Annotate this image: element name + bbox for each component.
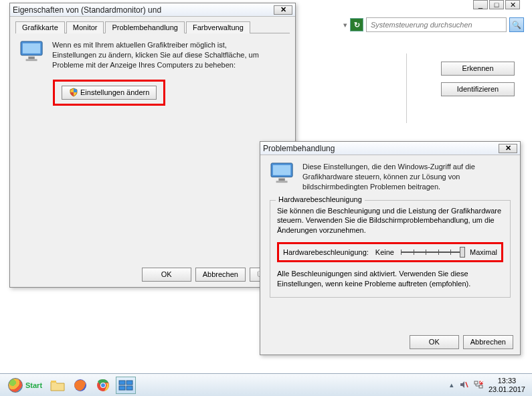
window-title: Eigenschaften von (Standardmonitor) und [13, 5, 274, 15]
svg-point-12 [101, 383, 105, 387]
slider-max-label: Maximal [470, 248, 497, 256]
change-settings-button[interactable]: Einstellungen ändern [62, 86, 157, 100]
svg-rect-1 [23, 43, 40, 54]
tab-color[interactable]: Farbverwaltung [186, 21, 250, 33]
svg-rect-14 [126, 381, 132, 385]
slider-label: Hardwarebeschleunigung: [283, 248, 369, 256]
monitor-icon [19, 40, 45, 63]
svg-text:✕: ✕ [478, 380, 483, 385]
search-input[interactable] [366, 17, 507, 32]
chrome-icon[interactable] [93, 377, 113, 394]
highlight-box: Einstellungen ändern [53, 80, 165, 106]
taskbar: Start ▴ ✕ 13:33 23.01.2017 [0, 373, 532, 396]
hw-accel-slider-row: Hardwarebeschleunigung: Keine Maximal [283, 248, 497, 256]
ok-button[interactable]: OK [410, 335, 459, 349]
cancel-button[interactable]: Abbrechen [195, 268, 246, 282]
hw-accel-fieldset: Hardwarebeschleunigung Sie können die Be… [270, 200, 511, 298]
firefox-icon[interactable] [70, 377, 90, 394]
dialog-body: Diese Einstellungen, die den Windows-Zug… [260, 155, 520, 304]
tab-monitor[interactable]: Monitor [66, 21, 104, 33]
clock-time: 13:33 [489, 377, 525, 385]
maximize-button[interactable]: □ [489, 0, 504, 9]
clock[interactable]: 13:33 23.01.2017 [489, 377, 525, 393]
highlight-box: Hardwarebeschleunigung: Keine Maximal [277, 242, 503, 262]
start-label: Start [25, 381, 42, 389]
fieldset-description: Sie können die Beschleunigung und die Le… [277, 206, 503, 236]
window-title: Problembehandlung [263, 144, 499, 153]
titlebar: Problembehandlung ✕ [260, 142, 520, 155]
change-settings-label: Einstellungen ändern [80, 88, 149, 96]
search-icon: 🔍 [512, 21, 521, 29]
system-tray: ▴ ✕ 13:33 23.01.2017 [450, 377, 528, 393]
dialog-buttons: OK Abbrechen [410, 335, 513, 349]
close-button[interactable]: ✕ [274, 5, 292, 15]
active-task-icon[interactable] [116, 377, 136, 394]
start-button[interactable]: Start [4, 377, 46, 394]
accel-note: Alle Beschleunigungen sind aktiviert. Ve… [277, 269, 503, 289]
network-icon[interactable]: ✕ [474, 380, 483, 391]
refresh-button[interactable]: ↻ [350, 18, 363, 31]
svg-line-17 [466, 382, 468, 387]
breadcrumb-sep-icon: ▾ [343, 21, 347, 29]
svg-rect-13 [119, 381, 125, 385]
troubleshoot-description: Wenn es mit Ihrem aktuellen Grafiktreibe… [52, 40, 260, 70]
nav-row: ▾ ↻ 🔍 [343, 17, 524, 32]
close-button[interactable]: ✕ [499, 144, 517, 153]
cancel-button[interactable]: Abbrechen [463, 335, 513, 349]
intro-text: Diese Einstellungen, die den Windows-Zug… [302, 162, 503, 192]
fieldset-legend: Hardwarebeschleunigung [276, 195, 365, 203]
tab-graphics[interactable]: Grafikkarte [15, 21, 65, 33]
hw-accel-slider[interactable] [401, 252, 463, 253]
svg-rect-7 [276, 181, 288, 183]
monitor-icon [270, 162, 295, 185]
clock-date: 23.01.2017 [489, 385, 525, 393]
uac-shield-icon [69, 88, 78, 97]
tab-panel: Wenn es mit Ihrem aktuellen Grafiktreibe… [10, 33, 295, 112]
troubleshoot-dialog: Problembehandlung ✕ Diese Einstellungen,… [260, 141, 521, 355]
svg-rect-16 [126, 386, 132, 390]
detect-button[interactable]: Erkennen [441, 62, 515, 76]
svg-rect-15 [119, 386, 125, 390]
show-hidden-icon[interactable]: ▴ [450, 381, 454, 389]
windows-orb-icon [8, 378, 23, 393]
svg-rect-5 [273, 165, 290, 175]
titlebar: Eigenschaften von (Standardmonitor) und … [10, 3, 295, 17]
svg-rect-3 [26, 59, 37, 61]
explorer-icon[interactable] [48, 377, 68, 394]
search-button[interactable]: 🔍 [509, 17, 524, 32]
close-button[interactable]: ✕ [505, 0, 520, 9]
speaker-icon[interactable] [459, 380, 468, 391]
display-actions-panel: Erkennen Identifizieren [406, 54, 520, 123]
svg-rect-6 [278, 179, 284, 181]
tab-troubleshoot[interactable]: Problembehandlung [105, 21, 184, 33]
slider-thumb[interactable] [460, 247, 465, 258]
svg-rect-18 [474, 381, 478, 384]
minimize-button[interactable]: _ [473, 0, 488, 9]
slider-min-label: Keine [375, 248, 394, 256]
svg-rect-8 [51, 381, 56, 383]
properties-dialog: Eigenschaften von (Standardmonitor) und … [9, 3, 296, 288]
tab-row: Grafikkarte Monitor Problembehandlung Fa… [15, 21, 290, 33]
ok-button[interactable]: OK [142, 268, 191, 282]
bg-window-controls: _ □ ✕ [473, 0, 520, 9]
identify-button[interactable]: Identifizieren [441, 82, 515, 96]
svg-rect-2 [28, 57, 34, 60]
